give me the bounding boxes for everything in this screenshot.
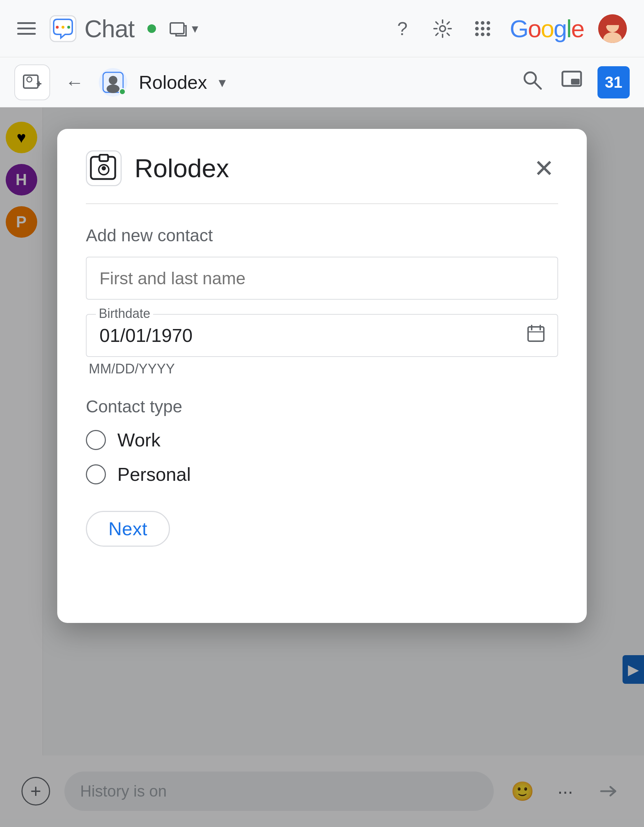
date-format-hint: MM/DD/YYYY	[89, 361, 558, 377]
dropdown-arrow: ▾	[192, 21, 198, 36]
svg-point-10	[481, 27, 484, 30]
calendar-button[interactable]: 31	[597, 66, 630, 98]
channel-online-dot	[119, 88, 126, 95]
top-bar: Chat ▾ ?	[0, 0, 644, 57]
svg-point-12	[475, 33, 479, 36]
radio-group: Work Personal	[86, 429, 558, 485]
modal-app-icon	[86, 150, 121, 186]
svg-point-6	[475, 21, 479, 25]
secondary-bar: ← Rolodex ▾ 31	[0, 57, 644, 108]
radio-work[interactable]: Work	[86, 429, 558, 451]
svg-point-9	[475, 27, 479, 30]
svg-point-7	[481, 21, 484, 25]
app-title: Chat	[84, 15, 135, 43]
contact-type-label: Contact type	[86, 397, 558, 417]
svg-point-24	[107, 84, 120, 93]
user-avatar[interactable]	[598, 14, 627, 43]
channel-icon	[99, 68, 128, 97]
app-logo: Chat	[49, 14, 135, 43]
window-icon[interactable]: ▾	[169, 19, 198, 38]
svg-point-32	[102, 166, 106, 170]
chevron-down-icon[interactable]: ▾	[219, 74, 226, 91]
svg-point-14	[487, 33, 490, 36]
google-logo: Google	[510, 15, 584, 43]
svg-point-23	[109, 76, 117, 84]
modal-form: Add new contact Birthdate	[86, 226, 558, 547]
main-area: ♥ H P ▶ + History is on 🙂 ···	[0, 108, 644, 827]
top-bar-left: Chat ▾	[17, 14, 378, 43]
radio-work-circle[interactable]	[86, 430, 106, 450]
svg-point-19	[27, 77, 32, 82]
svg-line-26	[535, 82, 541, 89]
svg-rect-2	[62, 26, 64, 29]
svg-point-13	[481, 33, 484, 36]
channel-name[interactable]: Rolodex	[139, 72, 207, 93]
modal-overlay: Rolodex ✕ Add new contact Birthdate	[0, 108, 644, 827]
svg-point-5	[440, 26, 445, 31]
status-dot	[148, 24, 156, 33]
modal-header: Rolodex ✕	[86, 150, 558, 204]
radio-personal-label: Personal	[117, 463, 191, 485]
svg-rect-30	[100, 154, 108, 161]
modal-title-area: Rolodex	[86, 150, 229, 186]
name-input[interactable]	[86, 257, 558, 300]
hamburger-icon[interactable]	[17, 22, 36, 35]
svg-point-8	[487, 21, 490, 25]
radio-work-label: Work	[117, 429, 160, 451]
apps-button[interactable]	[470, 16, 496, 42]
chat-app-icon	[49, 14, 77, 43]
modal-dialog: Rolodex ✕ Add new contact Birthdate	[57, 129, 587, 623]
radio-personal-circle[interactable]	[86, 464, 106, 484]
birthdate-input[interactable]	[86, 314, 558, 357]
next-button[interactable]: Next	[86, 511, 170, 547]
modal-title: Rolodex	[135, 154, 229, 183]
settings-button[interactable]	[430, 16, 456, 42]
svg-rect-28	[571, 79, 580, 84]
close-button[interactable]: ✕	[529, 154, 558, 183]
calendar-picker-icon[interactable]	[527, 324, 545, 347]
birthdate-wrapper: Birthdate	[86, 314, 558, 357]
pip-button[interactable]	[557, 67, 586, 98]
new-chat-button[interactable]	[14, 64, 50, 100]
calendar-number: 31	[605, 73, 622, 91]
svg-rect-3	[67, 26, 70, 29]
svg-rect-33	[528, 327, 544, 341]
search-button[interactable]	[519, 67, 546, 98]
form-section-title: Add new contact	[86, 226, 558, 245]
back-button[interactable]: ←	[62, 68, 87, 97]
svg-point-11	[487, 27, 490, 30]
top-bar-right: ? Google	[390, 14, 627, 43]
svg-rect-4	[170, 23, 184, 34]
radio-personal[interactable]: Personal	[86, 463, 558, 485]
help-button[interactable]: ?	[390, 16, 415, 42]
birthdate-label: Birthdate	[96, 306, 153, 321]
svg-rect-1	[56, 26, 59, 29]
